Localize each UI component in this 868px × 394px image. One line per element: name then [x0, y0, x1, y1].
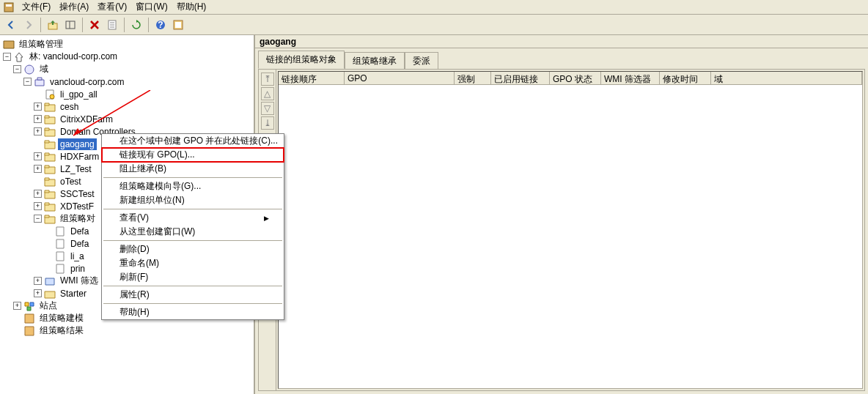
col-gpo[interactable]: GPO: [345, 72, 455, 84]
properties-icon: [106, 19, 118, 31]
ctx-help[interactable]: 帮助(H): [102, 305, 284, 319]
svg-point-18: [50, 94, 54, 99]
svg-rect-39: [56, 227, 64, 236]
context-menu: 在这个域中创建 GPO 并在此处链接(C)... 链接现有 GPO(L)... …: [101, 133, 284, 320]
ctx-sep-5: [103, 303, 282, 304]
tab-content: ⤒ △ ▽ ⤓ 链接顺序 GPO 强制 已启用链接 GPO 状态 WMI 筛选器…: [258, 69, 865, 391]
ctx-properties[interactable]: 属性(R): [102, 288, 284, 302]
svg-rect-3: [66, 21, 75, 29]
double-down-icon: ⤓: [264, 118, 271, 128]
right-pane: gaogang 链接的组策略对象 组策略继承 委派 ⤒ △ ▽ ⤓ 链接顺序 G…: [255, 35, 868, 394]
tab-delegation[interactable]: 委派: [405, 52, 438, 70]
col-modified[interactable]: 修改时间: [660, 72, 711, 84]
ou-icon: [44, 176, 56, 187]
tree-results[interactable]: 组策略结果: [1, 324, 252, 337]
tree-cesh[interactable]: +cesh: [1, 100, 252, 113]
move-up-button[interactable]: △: [261, 87, 274, 100]
expander-plus-icon[interactable]: +: [34, 127, 42, 135]
options-button[interactable]: [170, 17, 186, 33]
svg-rect-16: [37, 78, 42, 80]
ctx-new-window[interactable]: 从这里创建窗口(W): [102, 225, 284, 239]
expander-plus-icon[interactable]: +: [34, 103, 42, 111]
ctx-link-gpo[interactable]: 链接现有 GPO(L)...: [102, 148, 284, 162]
menu-view[interactable]: 查看(V): [93, 0, 131, 15]
expander-minus-icon[interactable]: −: [34, 215, 42, 223]
col-wmi[interactable]: WMI 筛选器: [601, 72, 660, 84]
move-top-button[interactable]: ⤒: [261, 73, 274, 86]
show-hide-button[interactable]: [62, 17, 78, 33]
expander-plus-icon[interactable]: +: [34, 115, 42, 123]
help-icon: ?: [155, 19, 166, 31]
svg-rect-28: [45, 153, 49, 155]
tree-root[interactable]: 组策略管理: [1, 38, 252, 51]
ctx-create-gpo[interactable]: 在这个域中创建 GPO 并在此处链接(C)...: [102, 134, 284, 148]
tree-forest[interactable]: − 林: vancloud-corp.com: [1, 51, 252, 63]
tab-inheritance[interactable]: 组策略继承: [345, 52, 405, 70]
col-linkenabled[interactable]: 已启用链接: [491, 72, 550, 84]
tab-linked-gpos[interactable]: 链接的组策略对象: [258, 51, 345, 69]
svg-rect-49: [25, 327, 34, 335]
ctx-block-inherit[interactable]: 阻止继承(B): [102, 162, 284, 176]
ctx-delete[interactable]: 删除(D): [102, 242, 284, 256]
svg-rect-15: [35, 80, 44, 86]
expander-plus-icon[interactable]: +: [34, 289, 42, 297]
col-domain[interactable]: 域: [711, 72, 862, 84]
expander-plus-icon[interactable]: +: [34, 190, 42, 198]
col-enforced[interactable]: 强制: [455, 72, 491, 84]
menu-file[interactable]: 文件(F): [18, 0, 55, 15]
ctx-new-ou[interactable]: 新建组织单位(N): [102, 193, 284, 207]
menu-help[interactable]: 帮助(H): [172, 0, 211, 15]
results-icon: [23, 325, 35, 337]
mmc-root-icon: [3, 39, 15, 51]
menu-window[interactable]: 窗口(W): [131, 0, 172, 15]
svg-point-14: [25, 65, 34, 74]
expander-plus-icon[interactable]: +: [34, 202, 42, 210]
delete-button[interactable]: [87, 17, 103, 33]
menu-action[interactable]: 操作(A): [55, 0, 93, 15]
forward-button[interactable]: [21, 17, 37, 33]
tree-domains[interactable]: − 域: [1, 63, 252, 75]
toolbar: ?: [0, 15, 868, 35]
expander-plus-icon[interactable]: +: [13, 302, 21, 310]
back-button[interactable]: [3, 17, 19, 33]
ctx-view[interactable]: 查看(V): [102, 211, 284, 225]
expander-minus-icon[interactable]: −: [13, 65, 21, 73]
properties-button[interactable]: [104, 17, 120, 33]
ctx-modeling-wizard[interactable]: 组策略建模向导(G)...: [102, 179, 284, 193]
col-gpostatus[interactable]: GPO 状态: [550, 72, 601, 84]
pane-icon: [65, 19, 76, 31]
move-down-button[interactable]: ▽: [261, 102, 274, 115]
starter-icon: [44, 288, 56, 300]
expander-plus-icon[interactable]: +: [34, 152, 42, 160]
move-bottom-button[interactable]: ⤓: [261, 116, 274, 130]
tree-li-gpo-all[interactable]: li_gpo_all: [1, 88, 252, 100]
refresh-button[interactable]: [128, 17, 144, 33]
up-button[interactable]: [45, 17, 61, 33]
svg-rect-45: [25, 302, 29, 306]
help-button[interactable]: ?: [152, 17, 169, 33]
svg-rect-47: [27, 307, 31, 311]
gpo-link-icon: [44, 89, 56, 100]
ou-icon: [44, 101, 56, 113]
toolbar-sep-2: [82, 18, 83, 32]
domains-icon: [23, 64, 35, 75]
tree-citrix[interactable]: +CitrixXDFarm: [1, 113, 252, 125]
expander-minus-icon[interactable]: −: [23, 78, 32, 86]
ctx-refresh[interactable]: 刷新(F): [102, 270, 284, 284]
expander-plus-icon[interactable]: +: [34, 277, 42, 285]
col-order[interactable]: 链接顺序: [279, 72, 345, 84]
svg-rect-1: [6, 4, 12, 7]
refresh-icon: [130, 19, 142, 31]
options-icon: [172, 19, 184, 31]
tree-domain[interactable]: − vancloud-corp.com: [1, 75, 252, 88]
ctx-rename[interactable]: 重命名(M): [102, 256, 284, 270]
ou-icon: [44, 163, 56, 175]
svg-rect-26: [45, 141, 49, 143]
expander-minus-icon[interactable]: −: [3, 53, 11, 61]
svg-rect-43: [45, 278, 54, 285]
expander-plus-icon[interactable]: +: [34, 165, 42, 173]
toolbar-sep-3: [124, 18, 125, 32]
gpo-list[interactable]: 链接顺序 GPO 强制 已启用链接 GPO 状态 WMI 筛选器 修改时间 域: [278, 71, 863, 389]
svg-rect-0: [4, 3, 13, 12]
svg-rect-30: [45, 166, 49, 168]
